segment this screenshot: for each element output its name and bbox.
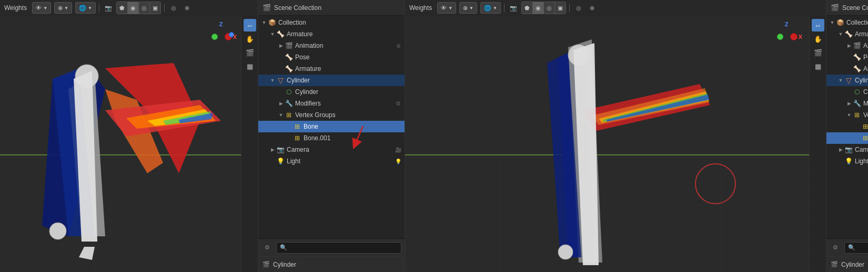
tree-item-cylinder-group[interactable]: ▽ Cylinder xyxy=(258,75,405,86)
modifiers-settings-icon[interactable]: ⚙ xyxy=(394,99,402,108)
right-collection-arrow[interactable] xyxy=(829,19,836,26)
camera-vid-icon[interactable]: 🎥 xyxy=(394,145,402,154)
vertex-groups-icon: ⊞ xyxy=(285,111,293,119)
right-tree-animation[interactable]: 🎬 Animation ⚙ xyxy=(826,40,868,51)
search-box-left[interactable]: 🔍 xyxy=(276,242,401,254)
animation-settings-icon[interactable]: ⚙ xyxy=(394,41,402,50)
vertex-groups-label: Vertex Groups xyxy=(295,111,402,119)
right-animation-arrow[interactable] xyxy=(845,42,853,49)
header-separator2 xyxy=(164,4,165,12)
viewport-shading-dropdown[interactable]: 👁 ▼ xyxy=(32,2,51,14)
tree-item-camera[interactable]: 📷 Camera 🎥 xyxy=(258,144,405,155)
right-scene-icon: 🎬 xyxy=(831,4,839,12)
tree-item-bone001[interactable]: ⊞ Bone.001 xyxy=(258,132,405,144)
mid-grid-btn[interactable]: ▦ xyxy=(812,60,824,72)
search-box-right[interactable]: 🔍 xyxy=(844,242,868,254)
cylinder-arrow[interactable] xyxy=(269,77,276,84)
right-armature-arrow[interactable] xyxy=(837,30,844,38)
mid-sep1 xyxy=(504,4,504,12)
right-tree-modifiers[interactable]: 🔧 Modifiers ⚙ xyxy=(826,98,868,109)
mid-overlay-btn[interactable]: ◎ xyxy=(573,2,584,14)
camera-arrow[interactable] xyxy=(269,146,276,153)
armature-arrow[interactable] xyxy=(269,30,276,38)
tree-item-pose[interactable]: 🦴 Pose xyxy=(258,51,405,63)
rendered-shading-btn[interactable]: ◎ xyxy=(138,2,149,14)
tree-item-collection[interactable]: 📦 Collection xyxy=(258,17,405,28)
light-right-icons: 💡 xyxy=(394,157,402,165)
collection-arrow[interactable] xyxy=(260,19,268,26)
right-modifiers-arrow[interactable] xyxy=(845,100,853,107)
move-tool-btn[interactable]: ↔ xyxy=(244,19,256,32)
camera-label: Camera xyxy=(287,146,394,153)
mid-hand-btn[interactable]: ✋ xyxy=(812,33,824,45)
mid-gizmo-z: Z xyxy=(785,21,789,27)
tree-item-animation[interactable]: 🎬 Animation ⚙ xyxy=(258,40,405,51)
mid-cam-btn[interactable]: 🎬 xyxy=(812,46,824,59)
right-tree-item-collection[interactable]: 📦 Collection xyxy=(826,17,868,28)
right-camera-arrow[interactable] xyxy=(837,146,844,153)
right-tree-pose[interactable]: 🦴 Pose xyxy=(826,51,868,63)
animation-arrow[interactable] xyxy=(277,42,285,49)
right-outliner-tree[interactable]: 📦 Collection 🦴 Armature 🎬 Animation ⚙ xyxy=(826,16,868,238)
mid-shading-dropdown[interactable]: 👁 ▼ xyxy=(437,2,456,14)
bone-label: Bone xyxy=(304,123,402,130)
transform-pivot-dropdown[interactable]: ⊕ ▼ xyxy=(54,2,72,14)
overlay-toggle[interactable]: ◎ xyxy=(168,2,179,14)
animation-right-icons: ⚙ xyxy=(394,41,402,50)
wireframe-shading-btn[interactable]: ▣ xyxy=(149,2,160,14)
mid-wireframe-btn[interactable]: ▣ xyxy=(554,2,566,14)
right-tree-bone001[interactable]: ⊞ Bone.001 xyxy=(826,132,868,144)
mid-snapping-dropdown[interactable]: 🌐 ▼ xyxy=(480,2,501,14)
hand-tool-btn[interactable]: ✋ xyxy=(244,33,256,45)
vertex-groups-arrow[interactable] xyxy=(277,111,285,119)
right-vg-icon: ⊞ xyxy=(853,111,861,119)
tree-item-cylinder-mesh[interactable]: ⬡ Cylinder xyxy=(258,86,405,98)
right-tree-cylinder-mesh[interactable]: ⬡ Cylinder xyxy=(826,86,868,98)
right-vg-arrow[interactable] xyxy=(845,111,853,119)
collection-icon: 📦 xyxy=(268,18,276,27)
right-cylinder-arrow[interactable] xyxy=(837,77,844,84)
left-outliner: 🎬 Scene Collection 📦 Collection 🦴 Armatu… xyxy=(258,0,405,272)
left-outliner-tree[interactable]: 📦 Collection 🦴 Armature 🎬 Animation ⚙ xyxy=(258,16,405,238)
right-tree-vertex-groups[interactable]: ⊞ Vertex Groups xyxy=(826,109,868,121)
status-scene-icon: 🎬 xyxy=(263,261,270,268)
tree-item-armature-obj[interactable]: 🦴 Armature xyxy=(258,63,405,75)
mid-rendered-btn[interactable]: ◎ xyxy=(543,2,554,14)
mid-pivot-dropdown[interactable]: ⊕ ▼ xyxy=(459,2,477,14)
material-shading-btn[interactable]: ◉ xyxy=(127,2,138,14)
right-tree-armature-group[interactable]: 🦴 Armature xyxy=(826,28,868,40)
right-collection-label: Collection xyxy=(846,19,868,26)
right-tree-armature-obj[interactable]: 🦴 Armature xyxy=(826,63,868,75)
right-tree-bone[interactable]: ⊞ Bone xyxy=(826,121,868,132)
left-outliner-header: 🎬 Scene Collection xyxy=(258,0,405,16)
right-tree-light[interactable]: 💡 Light 💡 xyxy=(826,155,868,167)
grid-tool-btn[interactable]: ▦ xyxy=(244,60,256,72)
right-tree-camera[interactable]: 📷 Camera 🎥 xyxy=(826,144,868,155)
gizmo-toggle[interactable]: ⊕ xyxy=(181,2,193,14)
mid-material-btn[interactable]: ◉ xyxy=(532,2,543,14)
light-settings-icon[interactable]: 💡 xyxy=(394,157,402,165)
filter-btn-right[interactable]: ⚙ xyxy=(830,242,841,254)
mid-move-btn[interactable]: ↔ xyxy=(812,19,824,32)
left-viewport-icons: 👁 ▼ ⊕ ▼ 🌐 ▼ 📷 ⬟ ◉ ◎ ▣ xyxy=(32,2,193,14)
collection-label: Collection xyxy=(278,19,402,26)
right-tree-cylinder-group[interactable]: ▽ Cylinder xyxy=(826,75,868,86)
right-pose-label: Pose xyxy=(863,54,868,61)
mid-gizmo-btn[interactable]: ⊕ xyxy=(587,2,598,14)
mid-viewport-svg xyxy=(405,16,809,272)
mid-viewport-icons: 👁 ▼ ⊕ ▼ 🌐 ▼ 📷 ⬟ ◉ ◎ ▣ xyxy=(437,2,598,14)
mid-render-btn[interactable]: 📷 xyxy=(508,2,519,14)
tree-item-light[interactable]: 💡 Light 💡 xyxy=(258,155,405,167)
tree-item-armature-group[interactable]: 🦴 Armature xyxy=(258,28,405,40)
modifiers-arrow[interactable] xyxy=(277,100,285,107)
filter-btn-left[interactable]: ⚙ xyxy=(261,242,273,254)
render-btn[interactable]: 📷 xyxy=(103,2,114,14)
tree-item-modifiers[interactable]: 🔧 Modifiers ⚙ xyxy=(258,98,405,109)
tree-item-vertex-groups[interactable]: ⊞ Vertex Groups xyxy=(258,109,405,121)
solid-shading-btn[interactable]: ⬟ xyxy=(117,2,127,14)
snapping-dropdown[interactable]: 🌐 ▼ xyxy=(75,2,96,14)
right-cylinder-label: Cylinder xyxy=(855,77,868,84)
mid-solid-btn[interactable]: ⬟ xyxy=(522,2,532,14)
tree-item-bone[interactable]: ⊞ Bone xyxy=(258,121,405,132)
camera-tool-btn[interactable]: 🎬 xyxy=(244,46,256,59)
